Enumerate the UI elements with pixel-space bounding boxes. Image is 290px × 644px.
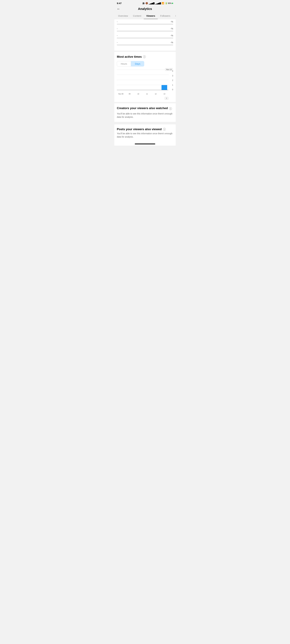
data-row: - -% [117, 27, 173, 30]
chart-bar-highlighted [162, 85, 167, 90]
home-bar [135, 144, 155, 144]
data-row-value: -% [170, 34, 173, 37]
camera-icon: 🎥 [142, 2, 145, 4]
posts-section: Posts your viewers also viewed ℹ You'll … [114, 124, 176, 142]
chart-bars-area: Nov 13 [117, 70, 168, 90]
data-row-value: -% [170, 27, 173, 30]
y-label: 0 [172, 88, 173, 91]
data-row-label: - [117, 20, 118, 23]
progress-bar-fill [117, 44, 173, 46]
creators-description: You'll be able to see this information o… [117, 112, 173, 119]
hours-toggle-button[interactable]: Hours [117, 61, 131, 66]
home-indicator [114, 142, 176, 146]
tooltip-value: 1 [165, 97, 168, 100]
posts-header: Posts your viewers also viewed ℹ [117, 128, 173, 131]
battery: 🔋 96% [165, 2, 173, 4]
bar-slot [117, 70, 125, 90]
x-label: 09 [126, 93, 134, 95]
data-row-label: - [117, 34, 118, 37]
x-label: Nov 08 [117, 93, 125, 95]
progress-bar-fill [117, 38, 173, 39]
tab-followers[interactable]: Followers [158, 12, 173, 19]
wifi-icon: 📶 [162, 2, 164, 4]
x-label: 11 [143, 93, 151, 95]
green-dot-icon [172, 3, 173, 4]
bar-slot [134, 70, 142, 90]
most-active-times-section: Most active times ℹ Hours Days [114, 52, 176, 102]
data-row-value: -% [170, 20, 173, 23]
data-row: - -% [117, 41, 173, 44]
y-label: 4 [172, 70, 173, 72]
section-separator [114, 51, 176, 52]
data-row: - -% [117, 20, 173, 23]
section-header: Most active times ℹ [117, 55, 173, 58]
tab-navigation: Overview Content Viewers Followers LIVE [114, 12, 176, 19]
progress-bar [117, 38, 173, 39]
tab-viewers[interactable]: Viewers [144, 12, 158, 19]
tab-content[interactable]: Content [130, 12, 144, 19]
signal-icon-2: ▁▃▅▇ [155, 2, 161, 4]
creators-header: Creators your viewers also watched ℹ [117, 106, 173, 111]
toggle-group: Hours Days [117, 61, 173, 66]
battery-icon: 🔋 [165, 2, 168, 4]
progress-bar-fill [117, 30, 173, 32]
mute-icon: 🔕 [146, 2, 148, 4]
tooltip-value-display: 1 [117, 97, 173, 100]
posts-description: You'll be able to see this information o… [117, 132, 173, 138]
y-label: 1 [172, 84, 173, 86]
chart-area: Nov 13 Nov 08 09 10 11 12 13 [117, 70, 168, 95]
data-row-label: - [117, 27, 118, 30]
y-label: 3 [172, 75, 173, 77]
x-label: 12 [152, 93, 160, 95]
x-label: 10 [134, 93, 142, 95]
section-title: Most active times [117, 55, 142, 58]
x-label: 13 [160, 93, 168, 95]
days-toggle-button[interactable]: Days [131, 61, 144, 66]
section-separator [114, 122, 176, 123]
progress-bar [117, 24, 173, 25]
data-rows-section: - -% - -% - -% - -% [114, 19, 176, 51]
chart-container: Nov 13 Nov 08 09 10 11 12 13 4 3 2 1 0 [117, 70, 173, 96]
signal-icon: ▁▃▅▇ [149, 2, 154, 4]
bar-slot-highlighted: Nov 13 [160, 70, 168, 90]
data-row-value: -% [170, 41, 173, 44]
x-axis-line [117, 90, 168, 90]
progress-bar [117, 44, 173, 46]
tab-live[interactable]: LIVE [173, 12, 176, 19]
bar-slot [152, 70, 160, 90]
battery-percent: 96% [168, 2, 172, 4]
status-bar: 9:47 🎥 🔕 ▁▃▅▇ ▁▃▅▇ 📶 🔋 96% [114, 0, 176, 6]
progress-bar-fill [117, 24, 173, 25]
progress-bar [117, 30, 173, 32]
chart-y-labels: 4 3 2 1 0 [170, 70, 173, 91]
status-time: 9:47 [117, 2, 122, 4]
data-row: - -% [117, 34, 173, 37]
posts-info-icon[interactable]: ℹ [163, 128, 166, 131]
chart-x-labels: Nov 08 09 10 11 12 13 [117, 93, 168, 95]
section-separator [114, 102, 176, 103]
y-label: 2 [172, 79, 173, 82]
page-title: Analytics [138, 7, 152, 11]
data-row-label: - [117, 41, 118, 44]
back-button[interactable]: ← [117, 7, 120, 11]
status-icons: 🎥 🔕 ▁▃▅▇ ▁▃▅▇ 📶 🔋 96% [142, 2, 173, 4]
tab-overview[interactable]: Overview [116, 12, 130, 19]
bar-slot [143, 70, 151, 90]
creators-section: Creators your viewers also watched ℹ You… [114, 103, 176, 122]
bar-slot [126, 70, 134, 90]
creators-title: Creators your viewers also watched [117, 106, 168, 110]
creators-info-icon[interactable]: ℹ [169, 107, 172, 110]
posts-title: Posts your viewers also viewed [117, 128, 162, 131]
header: ← Analytics [114, 6, 176, 12]
info-icon[interactable]: ℹ [143, 55, 146, 58]
